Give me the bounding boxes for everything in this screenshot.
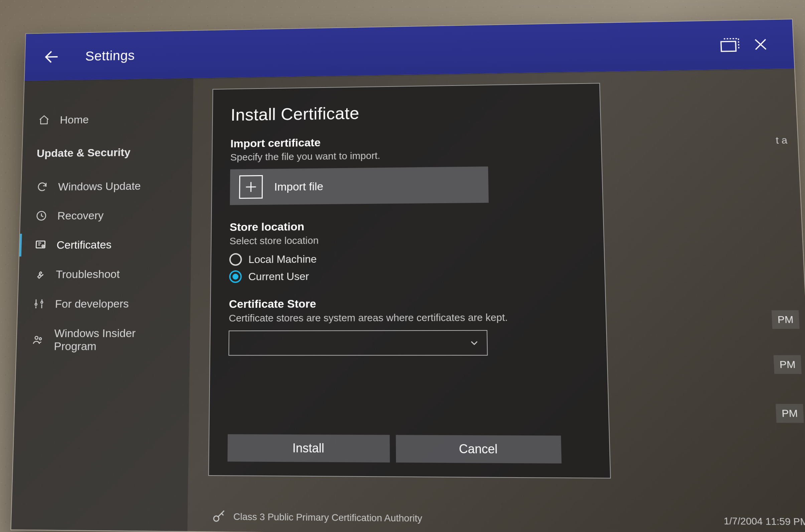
radio-local-machine[interactable]: Local Machine [229,251,586,266]
people-icon [31,333,44,346]
multitask-button[interactable] [714,33,746,57]
sidebar-item-home[interactable]: Home [23,103,193,135]
svg-point-4 [35,303,37,305]
titlebar-title: Settings [85,48,135,64]
store-location-label: Store location [230,218,584,233]
sync-icon [36,180,49,193]
radio-label: Local Machine [248,253,317,266]
store-location-subtext: Select store location [230,233,585,247]
radio-icon [229,253,242,266]
close-button[interactable] [745,33,777,56]
close-icon [751,36,770,53]
import-section-label: Import certificate [230,133,582,150]
install-certificate-dialog: Install Certificate Import certificate S… [208,83,611,478]
certificate-store-label: Certificate Store [229,297,587,311]
store-location-section: Store location Select store location Loc… [229,218,586,283]
cancel-button[interactable]: Cancel [396,435,562,463]
background-text-fragment: t a [775,135,788,146]
key-icon [211,509,227,525]
tools-icon [33,297,46,310]
back-button[interactable] [41,46,63,68]
plus-icon [239,175,263,199]
radio-label: Current User [248,270,309,283]
content-area: t a PM PM PM Class 3 Public Primary Cert… [188,69,805,532]
import-section: Import certificate Specify the file you … [230,133,584,205]
sidebar-item-label: Troubleshoot [56,268,120,281]
background-time-fragment: PM [771,310,800,329]
import-file-button[interactable]: Import file [230,166,489,205]
sidebar-item-label: Windows Insider Program [54,327,159,353]
sidebar-item-troubleshoot[interactable]: Troubleshoot [18,259,191,289]
multitask-icon [720,37,741,53]
history-icon [35,209,48,222]
import-file-button-label: Import file [274,180,323,193]
sidebar-section-label: Update & Security [36,146,130,160]
svg-rect-0 [721,41,736,52]
cancel-button-label: Cancel [459,442,498,456]
svg-point-5 [41,301,43,303]
import-section-subtext: Specify the file you want to import. [230,148,583,163]
dialog-title: Install Certificate [231,100,582,125]
sidebar-section-update-security: Update & Security [22,132,192,172]
svg-point-7 [39,338,41,340]
sidebar: Home Update & Security Windows Update Re… [11,78,193,531]
sidebar-item-recovery[interactable]: Recovery [20,200,192,231]
background-cert-date: 1/7/2004 11:59 PM [724,515,805,527]
back-arrow-icon [42,48,62,66]
svg-point-8 [213,516,219,521]
certificate-store-section: Certificate Store Certificate stores are… [229,297,588,356]
background-cert-row: Class 3 Public Primary Certification Aut… [211,509,805,530]
background-time-fragment: PM [775,404,804,423]
certificate-icon [34,238,47,251]
certificate-store-dropdown[interactable] [229,330,488,356]
chevron-down-icon [468,337,480,349]
dialog-actions: Install Cancel [228,434,562,463]
svg-point-6 [35,336,38,339]
sidebar-item-for-developers[interactable]: For developers [17,288,190,319]
app-window: Settings Home Update & Security [11,20,794,528]
install-button[interactable]: Install [228,434,390,462]
svg-point-3 [42,245,44,247]
background-cert-name: Class 3 Public Primary Certification Aut… [233,511,422,524]
certificate-store-subtext: Certificate stores are system areas wher… [229,311,587,324]
sidebar-item-windows-insider[interactable]: Windows Insider Program [16,318,190,361]
sidebar-item-label: Windows Update [58,179,141,193]
sidebar-item-label: Certificates [56,238,112,251]
radio-current-user[interactable]: Current User [229,269,586,283]
sidebar-item-label: For developers [55,297,129,310]
sidebar-item-label: Home [60,113,89,126]
wrench-icon [33,268,46,281]
sidebar-item-certificates[interactable]: Certificates [19,229,191,260]
sidebar-item-label: Recovery [57,209,103,222]
app-window-inner: Settings Home Update & Security [11,19,805,532]
window-body: Home Update & Security Windows Update Re… [11,69,805,532]
install-button-label: Install [292,441,324,456]
home-icon [37,114,51,126]
sidebar-item-windows-update[interactable]: Windows Update [21,171,192,202]
radio-icon [229,270,242,283]
background-time-fragment: PM [773,355,802,374]
